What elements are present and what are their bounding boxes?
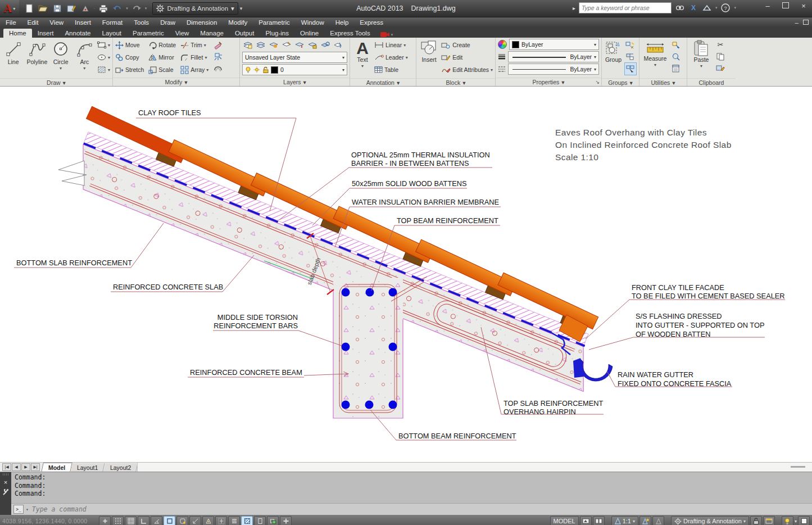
tab-parametric[interactable]: Parametric bbox=[127, 29, 170, 38]
circle-button[interactable]: Circle▾ bbox=[50, 39, 72, 77]
wrench-icon[interactable] bbox=[2, 489, 9, 496]
copy-button[interactable]: Copy bbox=[115, 51, 144, 64]
drawing-canvas[interactable]: slab depth CLAY ROOF TILE bbox=[0, 87, 812, 462]
table-button[interactable]: Table bbox=[374, 64, 408, 76]
print-button[interactable] bbox=[98, 3, 109, 14]
application-menu-button[interactable]: A▾ bbox=[0, 0, 19, 17]
match-properties-button[interactable] bbox=[715, 62, 726, 74]
linetype-dropdown[interactable]: ByLayer▾ bbox=[508, 64, 599, 75]
tab-layout1[interactable]: Layout1 bbox=[71, 463, 106, 472]
infocenter-toggle-icon[interactable]: ▸ bbox=[573, 5, 575, 11]
quick-properties-toggle[interactable] bbox=[254, 516, 266, 525]
tab-view[interactable]: View bbox=[170, 29, 195, 38]
quick-select-button[interactable] bbox=[670, 39, 682, 51]
model-space-button[interactable]: MODEL bbox=[550, 516, 579, 525]
ortho-mode-toggle[interactable] bbox=[138, 516, 149, 525]
rectangle-button[interactable]: ▾ bbox=[97, 39, 110, 51]
help-icon[interactable]: ? bbox=[720, 3, 731, 13]
layer-isolate-button[interactable] bbox=[281, 39, 292, 51]
toolbar-lock-button[interactable] bbox=[750, 516, 762, 525]
autodesk360-dropdown[interactable]: ▾ bbox=[715, 6, 718, 10]
block-edit-button[interactable]: Edit bbox=[441, 51, 493, 64]
lineweight-dropdown[interactable]: ByLayer▾ bbox=[508, 51, 599, 62]
layer-state-dropdown[interactable]: Unsaved Layer State▾ bbox=[242, 52, 347, 63]
undo-dropdown[interactable]: ▾ bbox=[126, 6, 128, 11]
move-button[interactable]: Move bbox=[115, 39, 144, 51]
tab-online[interactable]: Online bbox=[294, 29, 324, 38]
polar-tracking-toggle[interactable] bbox=[151, 516, 162, 525]
text-button[interactable]: A Text▾ bbox=[352, 39, 373, 77]
doc-minimize-button[interactable]: – bbox=[795, 19, 799, 26]
layer-match-button[interactable] bbox=[320, 39, 331, 51]
menu-file[interactable]: File bbox=[0, 17, 22, 28]
tab-home[interactable]: Home bbox=[3, 29, 32, 38]
new-button[interactable] bbox=[24, 3, 35, 14]
auto-annotation-scale-button[interactable] bbox=[652, 516, 664, 525]
groups-panel-title[interactable]: Groups▾ bbox=[602, 78, 639, 86]
tab-plugins[interactable]: Plug-ins bbox=[260, 29, 294, 38]
tab-output[interactable]: Output bbox=[229, 29, 260, 38]
tab-layout[interactable]: Layout bbox=[97, 29, 128, 38]
annotation-panel-title[interactable]: Annotation▾ bbox=[350, 78, 416, 86]
group-edit-button[interactable] bbox=[624, 51, 636, 62]
layer-dropdown[interactable]: 0 ▾ bbox=[242, 64, 347, 75]
redo-dropdown[interactable]: ▾ bbox=[145, 6, 147, 11]
save-button[interactable] bbox=[52, 3, 63, 14]
color-wheel-icon[interactable] bbox=[498, 40, 507, 49]
menu-modify[interactable]: Modify bbox=[223, 17, 253, 28]
quick-view-drawings-button[interactable] bbox=[593, 516, 605, 525]
tab-manage[interactable]: Manage bbox=[194, 29, 229, 38]
layers-panel-title[interactable]: Layers▾ bbox=[240, 78, 350, 86]
menu-window[interactable]: Window bbox=[296, 17, 330, 28]
id-point-button[interactable] bbox=[670, 62, 682, 74]
isolate-objects-button[interactable] bbox=[782, 516, 793, 525]
paste-button[interactable]: Paste▾ bbox=[689, 39, 713, 77]
prev-layout-button[interactable]: ◀ bbox=[12, 463, 21, 471]
rotate-button[interactable]: Rotate bbox=[148, 39, 176, 51]
edit-attributes-button[interactable]: Edit Attributes▾ bbox=[441, 64, 493, 76]
exchange-apps-icon[interactable]: X bbox=[688, 3, 698, 13]
group-button[interactable]: Group bbox=[604, 39, 623, 77]
object-snap-tracking-toggle[interactable] bbox=[189, 516, 201, 525]
layer-lock-button[interactable] bbox=[307, 39, 318, 51]
group-selection-toggle[interactable] bbox=[624, 62, 637, 75]
doc-restore-button[interactable] bbox=[803, 19, 809, 26]
open-button[interactable] bbox=[38, 3, 49, 14]
status-bar-menu-button[interactable] bbox=[763, 516, 775, 525]
properties-dialog-launcher-icon[interactable]: ↘ bbox=[595, 79, 600, 85]
dynamic-ucs-toggle[interactable] bbox=[202, 516, 214, 525]
command-recent-dropdown-icon[interactable]: ▾ bbox=[26, 507, 29, 512]
dynamic-input-toggle[interactable] bbox=[215, 516, 227, 525]
redo-button[interactable] bbox=[131, 3, 142, 14]
snap-mode-toggle[interactable] bbox=[112, 516, 124, 525]
tab-model[interactable]: Model bbox=[41, 463, 72, 472]
object-color-dropdown[interactable]: ByLayer▾ bbox=[509, 39, 599, 50]
cut-button[interactable]: ✂ bbox=[715, 39, 726, 51]
annotation-scale-button[interactable]: 1:1▾ bbox=[611, 516, 638, 525]
search-icon[interactable] bbox=[675, 3, 685, 13]
tab-insert[interactable]: Insert bbox=[32, 29, 60, 38]
menu-edit[interactable]: Edit bbox=[22, 17, 44, 28]
menu-parametric[interactable]: Parametric bbox=[253, 17, 296, 28]
line-button[interactable]: Line bbox=[2, 39, 24, 77]
copy-clip-button[interactable] bbox=[715, 51, 726, 62]
menu-draw[interactable]: Draw bbox=[155, 17, 181, 28]
grid-display-toggle[interactable] bbox=[125, 516, 137, 525]
last-layout-button[interactable]: ▶| bbox=[31, 463, 40, 471]
ungroup-button[interactable] bbox=[624, 39, 636, 51]
maximize-button[interactable] bbox=[779, 2, 792, 10]
qat-customize-dropdown[interactable]: ▾ bbox=[240, 6, 243, 11]
autodesk360-icon[interactable] bbox=[702, 3, 712, 13]
menu-express[interactable]: Express bbox=[354, 17, 389, 28]
object-snap-toggle[interactable] bbox=[164, 516, 175, 525]
layer-walk-button[interactable] bbox=[333, 39, 344, 51]
block-create-button[interactable]: Create bbox=[441, 39, 493, 51]
tab-layout2[interactable]: Layout2 bbox=[103, 463, 138, 472]
quick-calculator-button[interactable] bbox=[670, 51, 682, 62]
draw-panel-title[interactable]: Draw▾ bbox=[0, 78, 112, 86]
array-button[interactable]: Array▾ bbox=[180, 64, 208, 76]
mirror-button[interactable]: Mirror bbox=[148, 51, 176, 64]
stretch-button[interactable]: Stretch bbox=[115, 64, 144, 76]
annotation-visibility-button[interactable] bbox=[639, 516, 651, 525]
layer-state-button[interactable] bbox=[255, 39, 266, 51]
